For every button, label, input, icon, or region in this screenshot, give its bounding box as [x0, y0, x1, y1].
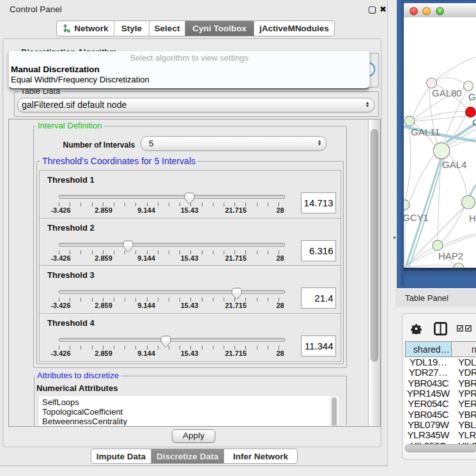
- svg-text:GAL80: GAL80: [432, 88, 462, 98]
- svg-text:HA: HA: [469, 213, 476, 224]
- svg-text:GA: GA: [468, 91, 476, 102]
- svg-text:GAL11: GAL11: [411, 127, 440, 137]
- svg-text:GCY1: GCY1: [404, 212, 429, 223]
- svg-text:HAP2: HAP2: [438, 250, 463, 261]
- svg-text:GAL4: GAL4: [442, 159, 466, 170]
- svg-text:CY: CY: [472, 117, 476, 128]
